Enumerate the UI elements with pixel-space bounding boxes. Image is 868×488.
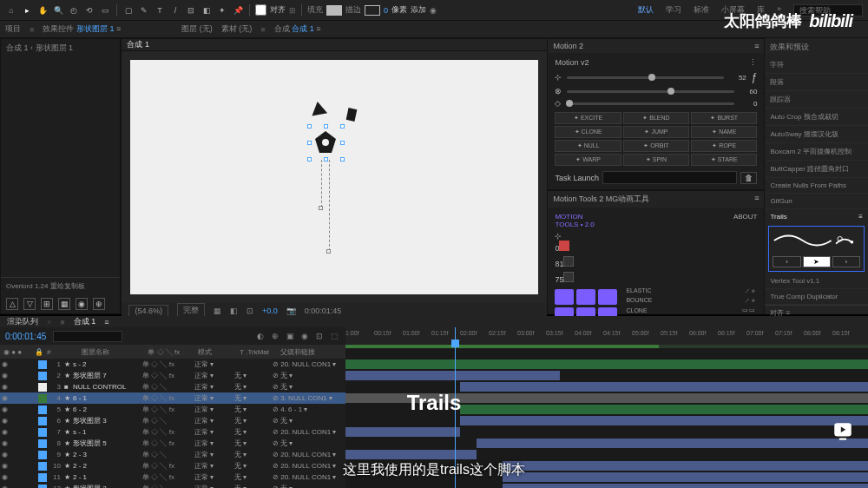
triangle-shape[interactable] [310,101,327,116]
transform-handle[interactable] [340,141,345,145]
tl-icon-5[interactable]: ⊡ [313,330,326,342]
render-queue-tab[interactable]: 渲染队列 [7,316,38,327]
trash-icon[interactable]: 🗑 [740,172,757,184]
tl-icon-6[interactable]: ⬚ [328,330,340,342]
trails-btn-prev[interactable]: ‹ [773,256,800,267]
fx-item[interactable]: Boxcam 2 平面摄像机控制 [765,143,868,161]
transform-handle[interactable] [307,157,312,162]
layer-row[interactable]: ◉8★形状图层 5单 ◇ ╲ fx正常 ▾无 ▾⊘ 无 ▾ [0,438,345,449]
col-layer-name[interactable]: 图层名称 [82,347,145,357]
visibility-icon[interactable]: ◉ [2,383,10,391]
link-icon[interactable]: ⊗ [555,87,562,96]
col-trkmat[interactable]: T .TrkMat [240,348,277,356]
overlord-btn-5[interactable]: ◉ [76,298,88,310]
motion2-blend-button[interactable]: ✦ BLEND [623,112,689,124]
motion2-orbit-button[interactable]: ✦ ORBIT [623,140,689,152]
stroke-swatch[interactable] [365,5,380,16]
motion2-warp-button[interactable]: ✦ WARP [555,154,621,166]
layer-row[interactable]: ◉7★s - 1单 ◇ ╲ fx正常 ▾无 ▾⊘ 20. NULL CON1 ▾ [0,426,345,438]
fx-item[interactable]: Create Nulls From Paths [765,178,868,194]
visibility-icon[interactable]: ◉ [2,394,10,402]
layer-row[interactable]: ◉2★形状图层 7单 ◇ ╲ fx正常 ▾无 ▾⊘ 无 ▾ [0,370,345,381]
visibility-icon[interactable]: ◉ [2,428,10,436]
motion2-null-button[interactable]: ✦ NULL [555,140,621,152]
visibility-icon[interactable]: ◉ [2,462,10,470]
workspace-standard[interactable]: 标准 [694,4,709,16]
fill-swatch[interactable] [326,5,342,16]
fx-item[interactable]: 字符 [765,56,868,74]
motion2-jump-button[interactable]: ✦ JUMP [623,126,689,138]
overlord-btn-6[interactable]: ⊕ [93,298,105,310]
grid-icon[interactable]: ▦ [214,307,221,315]
fx-item[interactable]: GifGun [765,194,868,209]
snap-checkbox[interactable] [255,4,266,16]
col-mode[interactable]: 模式 [198,347,236,357]
visibility-icon[interactable]: ◉ [2,417,10,425]
fx-item[interactable]: Auto Crop 预合成裁切 [765,109,868,126]
stroke-label[interactable]: 描边 [345,4,361,16]
motion-keyframe[interactable] [326,249,331,254]
key-icon[interactable]: ◇ [555,99,561,108]
rectangle-shape[interactable] [346,108,358,122]
motion2-burst-button[interactable]: ✦ BURST [691,112,757,124]
tl-icon-2[interactable]: ⊕ [269,330,281,342]
brush-tool-icon[interactable]: / [169,4,181,16]
layer-bar[interactable] [460,382,868,392]
motion2-excite-button[interactable]: ✦ EXCITE [555,112,621,124]
visibility-icon[interactable]: ◉ [2,372,10,379]
transform-handle[interactable] [307,124,312,129]
stamp-tool-icon[interactable]: ⊟ [185,4,197,16]
zoom-dropdown[interactable]: (54.6%) [128,305,168,317]
overlord-btn-2[interactable]: ▽ [23,298,36,310]
transform-handle[interactable] [340,124,345,129]
layer-row[interactable]: ◉4★6 - 1单 ◇ ╲ fx正常 ▾无 ▾⊘ 3. NULL CON1 ▾ [0,392,345,404]
footage-tab[interactable]: 素材 (无) [221,23,253,35]
layer-row[interactable]: ◉1★s - 2单 ◇ ╲ fx正常 ▾⊘ 20. NULL CON1 ▾ [0,359,345,370]
tl-icon-4[interactable]: ◉ [299,330,311,342]
anchor-icon[interactable]: ⊹ [555,73,562,82]
layer-tab[interactable]: 图层 (无) [181,23,213,35]
motion2-clone-button[interactable]: ✦ CLONE [555,126,621,138]
trails-btn-mid[interactable]: ➤ [803,256,831,267]
layer-bar[interactable] [460,416,868,425]
anchor-icon[interactable]: ⊹ [555,232,562,241]
fx-item[interactable]: 段落 [765,74,868,91]
layer-row[interactable]: ◉11★2 - 1单 ◇ ╲ fx正常 ▾无 ▾⊘ 20. NULL CON1 … [0,472,345,483]
layer-row[interactable]: ◉6★形状图层 3单 ◇ ╲ 正常 ▾无 ▾⊘ 无 ▾ [0,415,345,426]
visibility-icon[interactable]: ◉ [2,451,10,458]
snapshot-icon[interactable]: 📷 [286,307,296,315]
canvas-area[interactable] [122,51,547,303]
trails-btn-next[interactable]: › [832,256,860,267]
eraser-tool-icon[interactable]: ◧ [201,4,213,16]
trails-header[interactable]: Trails≡ [765,209,868,224]
visibility-icon[interactable]: ◉ [2,473,10,481]
layer-bar[interactable] [460,405,868,414]
shape-tool-icon[interactable]: ▢ [122,4,135,16]
motion2-stare-button[interactable]: ✦ STARE [691,154,757,166]
layer-row[interactable]: ◉5★6 - 2单 ◇ ╲ fx正常 ▾无 ▾⊘ 4. 6 - 1 ▾ [0,404,345,415]
layer-bar[interactable] [503,461,868,471]
orbit-tool-icon[interactable]: ◴ [68,4,80,16]
fill-label[interactable]: 填充 [307,4,323,16]
rotate-tool-icon[interactable]: ⟲ [83,4,95,16]
mtools-btn-a[interactable] [563,256,574,267]
motion2-rope-button[interactable]: ✦ ROPE [691,140,757,152]
overlord-btn-3[interactable]: ⊞ [41,298,53,310]
transform-handle[interactable] [324,124,328,129]
vertex-tool-item[interactable]: Vertex Tool v1.1 [765,274,868,289]
motion2-slider-3[interactable] [566,102,734,105]
visibility-icon[interactable]: ◉ [2,485,10,488]
effect-controls-tab[interactable]: 效果控件 形状图层 1 ≡ [43,23,121,35]
motion2-slider-1[interactable] [567,76,723,79]
anchor-pad-0[interactable] [555,289,574,305]
current-time[interactable]: 0:00:01:45 [5,332,46,341]
overlord-btn-1[interactable]: △ [6,298,18,310]
text-tool-icon[interactable]: T [154,4,166,16]
video-play-icon[interactable] [832,420,854,445]
transform-handle[interactable] [340,157,345,162]
timeline-search[interactable] [53,331,122,342]
visibility-icon[interactable]: ◉ [2,406,10,413]
visibility-icon[interactable]: ◉ [2,360,10,368]
layer-row[interactable]: ◉3■NULL CONTROL单 ◇ ╲ 正常 ▾无 ▾⊘ 无 ▾ [0,381,345,392]
motion2-name-button[interactable]: ✦ NAME [691,126,757,138]
